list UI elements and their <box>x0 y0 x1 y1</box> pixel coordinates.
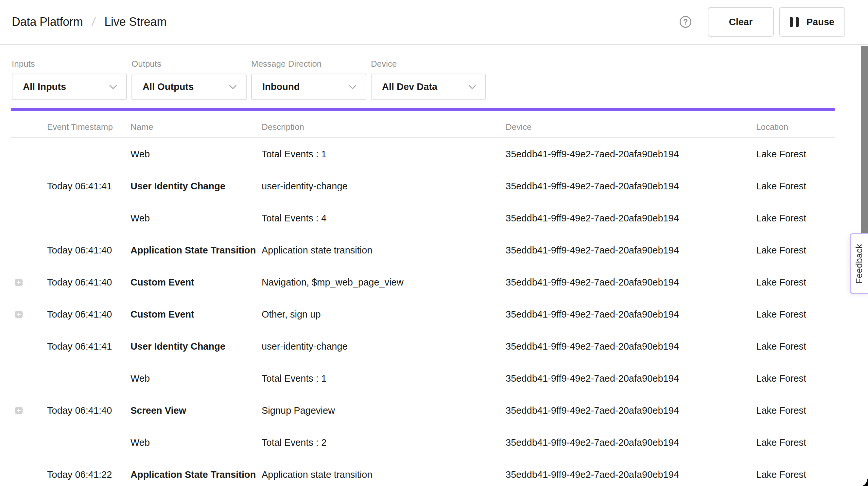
table-row[interactable]: Web Total Events : 1 35eddb41-9ff9-49e2-… <box>11 362 835 394</box>
filter-message-direction: Message Direction Inbound <box>251 59 366 100</box>
chevron-down-icon <box>469 82 476 89</box>
event-description: Total Events : 1 <box>261 373 506 384</box>
pause-icon <box>790 17 799 27</box>
filter-outputs: Outputs All Outputs <box>131 59 247 100</box>
message-direction-dropdown-value: Inbound <box>262 82 350 92</box>
event-location: Lake Forest <box>756 213 835 224</box>
message-direction-dropdown[interactable]: Inbound <box>251 73 366 100</box>
event-timestamp: Today 06:41:41 <box>47 341 130 352</box>
event-location: Lake Forest <box>756 469 835 480</box>
event-timestamp: Today 06:41:40 <box>47 309 130 320</box>
outputs-dropdown[interactable]: All Outputs <box>131 73 247 100</box>
column-header-location: Location <box>756 122 835 132</box>
chevron-down-icon <box>349 82 356 89</box>
event-device: 35eddb41-9ff9-49e2-7aed-20afa90eb194 <box>506 309 756 320</box>
table-row[interactable]: Today 06:41:41 User Identity Change user… <box>11 170 835 202</box>
column-header-description: Description <box>261 122 506 132</box>
feedback-tab[interactable]: Feedback <box>850 233 868 294</box>
event-location: Lake Forest <box>756 405 835 416</box>
event-description: Navigation, $mp_web_page_view <box>261 277 506 288</box>
event-description: Total Events : 1 <box>261 149 506 160</box>
event-name: Web <box>130 213 261 224</box>
event-device: 35eddb41-9ff9-49e2-7aed-20afa90eb194 <box>506 469 756 480</box>
filter-inputs: Inputs All Inputs <box>12 59 127 100</box>
event-name: Web <box>130 373 261 384</box>
table-row[interactable]: Today 06:41:40 Custom Event Navigation, … <box>11 266 835 298</box>
table-header-row: Event Timestamp Name Description Device … <box>11 111 835 138</box>
event-timestamp: Today 06:41:40 <box>47 245 130 256</box>
table-row[interactable]: Today 06:41:22 Application State Transit… <box>11 458 835 486</box>
chevron-down-icon <box>110 82 117 89</box>
event-location: Lake Forest <box>756 181 835 192</box>
event-device: 35eddb41-9ff9-49e2-7aed-20afa90eb194 <box>506 277 756 288</box>
inputs-dropdown-value: All Inputs <box>23 82 111 92</box>
event-description: user-identity-change <box>261 181 506 192</box>
pause-button[interactable]: Pause <box>779 7 845 37</box>
event-name: Screen View <box>130 405 261 416</box>
table-row[interactable]: Today 06:41:41 User Identity Change user… <box>11 330 835 362</box>
event-name: Application State Transition <box>130 469 261 480</box>
filters-bar: Inputs All Inputs Outputs All Outputs Me… <box>0 45 868 100</box>
table-row[interactable]: Today 06:41:40 Application State Transit… <box>11 234 835 266</box>
column-header-device: Device <box>506 122 756 132</box>
event-name: User Identity Change <box>130 181 261 192</box>
event-name: Web <box>130 149 261 160</box>
event-device: 35eddb41-9ff9-49e2-7aed-20afa90eb194 <box>506 245 756 256</box>
chevron-down-icon <box>229 82 237 89</box>
scrollbar-thumb[interactable] <box>861 46 868 234</box>
table-row[interactable]: Today 06:41:40 Screen View Signup Pagevi… <box>11 394 835 426</box>
event-name: Web <box>130 437 261 448</box>
event-device: 35eddb41-9ff9-49e2-7aed-20afa90eb194 <box>506 149 756 160</box>
event-timestamp: Today 06:41:40 <box>47 277 130 288</box>
table-row[interactable]: Today 06:41:40 Custom Event Other, sign … <box>11 298 835 330</box>
event-description: Signup Pageview <box>261 405 506 416</box>
top-header: Data Platform / Live Stream ? Clear Paus… <box>0 0 868 45</box>
event-location: Lake Forest <box>756 341 835 352</box>
event-description: Application state transition <box>261 469 506 480</box>
device-dropdown-value: All Dev Data <box>382 82 470 92</box>
filter-device: Device All Dev Data <box>371 59 486 100</box>
filter-inputs-label: Inputs <box>12 59 127 69</box>
outputs-dropdown-value: All Outputs <box>143 82 230 92</box>
event-description: Other, sign up <box>261 309 506 320</box>
clear-button[interactable]: Clear <box>708 7 774 37</box>
event-location: Lake Forest <box>756 149 835 160</box>
breadcrumb-separator: / <box>91 15 96 29</box>
event-description: user-identity-change <box>261 341 506 352</box>
page-title: Live Stream <box>104 15 166 29</box>
column-header-timestamp: Event Timestamp <box>47 122 130 132</box>
event-device: 35eddb41-9ff9-49e2-7aed-20afa90eb194 <box>506 213 756 224</box>
event-description: Total Events : 4 <box>261 213 506 224</box>
inputs-dropdown[interactable]: All Inputs <box>12 73 127 100</box>
screen-corner-decoration <box>860 479 868 486</box>
breadcrumb-section[interactable]: Data Platform <box>12 15 83 29</box>
event-device: 35eddb41-9ff9-49e2-7aed-20afa90eb194 <box>506 373 756 384</box>
event-timestamp: Today 06:41:40 <box>47 405 130 416</box>
expand-plus-icon[interactable] <box>15 279 23 286</box>
event-device: 35eddb41-9ff9-49e2-7aed-20afa90eb194 <box>506 341 756 352</box>
event-name: User Identity Change <box>130 341 261 352</box>
help-icon[interactable]: ? <box>680 16 691 28</box>
expand-plus-icon[interactable] <box>15 311 23 318</box>
table-row[interactable]: Web Total Events : 2 35eddb41-9ff9-49e2-… <box>11 426 835 458</box>
column-header-name: Name <box>130 122 261 132</box>
filter-message-direction-label: Message Direction <box>251 59 366 69</box>
event-device: 35eddb41-9ff9-49e2-7aed-20afa90eb194 <box>506 405 756 416</box>
event-name: Application State Transition <box>130 245 261 256</box>
expand-plus-icon[interactable] <box>15 407 23 414</box>
table-row[interactable]: Web Total Events : 4 35eddb41-9ff9-49e2-… <box>11 202 835 234</box>
table-row[interactable]: Web Total Events : 1 35eddb41-9ff9-49e2-… <box>11 138 835 170</box>
breadcrumb: Data Platform / Live Stream <box>12 15 166 29</box>
event-location: Lake Forest <box>756 245 835 256</box>
device-dropdown[interactable]: All Dev Data <box>371 73 486 100</box>
live-stream-table: Event Timestamp Name Description Device … <box>11 111 835 486</box>
stream-progress-bar <box>11 108 835 111</box>
event-device: 35eddb41-9ff9-49e2-7aed-20afa90eb194 <box>506 181 756 192</box>
filter-device-label: Device <box>371 59 486 69</box>
pause-button-label: Pause <box>807 17 834 28</box>
feedback-tab-label: Feedback <box>854 244 864 283</box>
event-name: Custom Event <box>130 277 261 288</box>
event-location: Lake Forest <box>756 309 835 320</box>
event-timestamp: Today 06:41:41 <box>47 181 130 192</box>
event-location: Lake Forest <box>756 437 835 448</box>
